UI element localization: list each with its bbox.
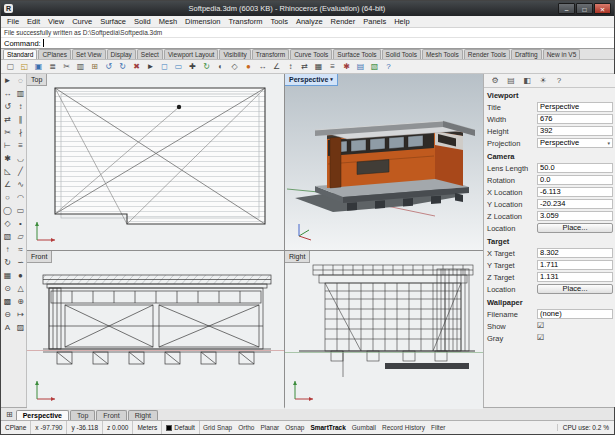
viewport-tab-perspective[interactable]: Perspective (16, 410, 69, 420)
zoom-window-icon[interactable]: ◻ (158, 61, 171, 73)
cone-tool-icon[interactable]: △ (14, 282, 27, 295)
paste-icon[interactable]: ⊞ (88, 61, 101, 73)
toolbar-tab-new-in-v5[interactable]: New in V5 (543, 49, 581, 59)
viewport-canvas-perspective[interactable] (285, 74, 483, 250)
delete-icon[interactable]: ✖ (130, 61, 143, 73)
boolean-difference-tool-icon[interactable]: ⊖ (1, 308, 14, 321)
copy-tool-icon[interactable]: ▥ (14, 87, 27, 100)
toggle-gumball[interactable]: Gumball (349, 424, 379, 431)
shaded-view-icon[interactable]: ◐ (214, 61, 227, 73)
move-icon[interactable]: ↔ (256, 61, 269, 73)
text-tool-icon[interactable]: A (1, 321, 14, 334)
viewport-layout-icon[interactable]: ⊞ (3, 410, 16, 420)
toolbar-tab-select[interactable]: Select (137, 49, 163, 59)
sphere-tool-icon[interactable]: ● (14, 269, 27, 282)
field-rotation[interactable]: 0.0 (537, 175, 613, 185)
menu-render[interactable]: Render (327, 17, 360, 26)
viewport-tab-top[interactable]: Top (70, 410, 95, 420)
sweep-tool-icon[interactable]: ∽ (14, 256, 27, 269)
undo-icon[interactable]: ↺ (102, 61, 115, 73)
zoom-extents-icon[interactable]: ▭ (172, 61, 185, 73)
viewport-label-right[interactable]: Right (285, 251, 310, 263)
trim-tool-icon[interactable]: ✂ (1, 126, 14, 139)
toggle-grid-snap[interactable]: Grid Snap (200, 424, 235, 431)
cut-icon[interactable]: ✂ (60, 61, 73, 73)
toolbar-tab-curve-tools[interactable]: Curve Tools (290, 49, 332, 59)
toggle-filter[interactable]: Filter (428, 424, 448, 431)
mesh-tool-icon[interactable]: ▩ (1, 295, 14, 308)
rectangle-tool-icon[interactable]: ▭ (14, 204, 27, 217)
save-file-icon[interactable]: ▣ (32, 61, 45, 73)
loft-tool-icon[interactable]: ≈ (14, 243, 27, 256)
status-layer[interactable]: Default (162, 421, 200, 434)
field-y-location[interactable]: -20.234 (537, 199, 613, 209)
redo-icon[interactable]: ↻ (116, 61, 129, 73)
menu-panels[interactable]: Panels (359, 17, 390, 26)
new-file-icon[interactable]: ▢ (4, 61, 17, 73)
object-properties-icon[interactable]: ▧ (368, 61, 381, 73)
point-tool-icon[interactable]: • (14, 217, 27, 230)
status-coord-y[interactable]: y -36.118 (67, 421, 103, 434)
menu-mesh[interactable]: Mesh (155, 17, 181, 26)
menu-view[interactable]: View (44, 17, 68, 26)
checkbox-show[interactable]: ☑ (537, 321, 613, 331)
status-coord-z[interactable]: z 0.000 (103, 421, 133, 434)
viewport-canvas-front[interactable] (27, 251, 284, 409)
field-title[interactable]: Perspective (537, 102, 613, 112)
extrude-tool-icon[interactable]: ↑ (1, 243, 14, 256)
help-icon[interactable]: ? (382, 61, 395, 73)
menu-analyze[interactable]: Analyze (292, 17, 327, 26)
viewport-top[interactable]: Top (27, 74, 284, 250)
dimension-tool-icon[interactable]: ↦ (14, 308, 27, 321)
explode-tool-icon[interactable]: ✱ (1, 152, 14, 165)
select-points-tool-icon[interactable]: ◌ (14, 74, 27, 87)
curve-tool-icon[interactable]: ∿ (14, 178, 27, 191)
toolbar-tab-set-view[interactable]: Set View (72, 49, 106, 59)
join-tool-icon[interactable]: ≡ (14, 139, 27, 152)
menu-transform[interactable]: Transform (225, 17, 267, 26)
menu-curve[interactable]: Curve (68, 17, 96, 26)
move-tool-icon[interactable]: ↔ (1, 87, 14, 100)
wireframe-view-icon[interactable]: ◇ (228, 61, 241, 73)
status-cplane[interactable]: CPlane (1, 421, 31, 434)
viewport-tab-right[interactable]: Right (128, 410, 158, 420)
toolbar-tab-standard[interactable]: Standard (3, 49, 37, 59)
cylinder-tool-icon[interactable]: ⊙ (1, 282, 14, 295)
viewport-canvas-top[interactable] (27, 74, 284, 250)
extend-tool-icon[interactable]: ⊢ (1, 139, 14, 152)
circle-tool-icon[interactable]: ○ (1, 191, 14, 204)
toolbar-tab-solid-tools[interactable]: Solid Tools (382, 49, 421, 59)
scale-icon[interactable]: ↕ (284, 61, 297, 73)
scale-tool-icon[interactable]: ↕ (14, 100, 27, 113)
viewport-label-front[interactable]: Front (27, 251, 52, 263)
field-width[interactable]: 676 (537, 114, 613, 124)
viewport-label-perspective[interactable]: Perspective ▾ (285, 74, 338, 86)
field-height[interactable]: 392 (537, 126, 613, 136)
offset-tool-icon[interactable]: ∥ (14, 113, 27, 126)
hatch-tool-icon[interactable]: ▨ (14, 321, 27, 334)
viewport-right[interactable]: Right (285, 251, 483, 409)
menu-file[interactable]: File (3, 17, 23, 26)
fillet-tool-icon[interactable]: ◡ (14, 152, 27, 165)
button-camera-location[interactable]: Place... (537, 223, 613, 233)
viewport-tab-front[interactable]: Front (96, 410, 126, 420)
menu-solid[interactable]: Solid (130, 17, 155, 26)
toolbar-tab-display[interactable]: Display (107, 49, 136, 59)
split-tool-icon[interactable]: ∤ (14, 126, 27, 139)
join-icon[interactable]: ≡ (326, 61, 339, 73)
close-button[interactable]: ✕ (594, 3, 611, 14)
toolbar-tab-mesh-tools[interactable]: Mesh Tools (422, 49, 463, 59)
array-icon[interactable]: ▦ (312, 61, 325, 73)
command-input[interactable]: Command: (1, 38, 614, 49)
toolbar-tab-render-tools[interactable]: Render Tools (464, 49, 510, 59)
plane-tool-icon[interactable]: ▱ (14, 230, 27, 243)
toolbar-tab-drafting[interactable]: Drafting (511, 49, 542, 59)
explode-icon[interactable]: ✱ (340, 61, 353, 73)
arc-tool-icon[interactable]: ◠ (14, 191, 27, 204)
help-tab-icon[interactable]: ? (553, 76, 565, 85)
field-z-target[interactable]: 1.131 (537, 272, 613, 282)
menu-dimension[interactable]: Dimension (181, 17, 224, 26)
sun-tab-icon[interactable]: ☀ (537, 76, 549, 85)
ellipse-tool-icon[interactable]: ◯ (1, 204, 14, 217)
copy-icon[interactable]: ▥ (74, 61, 87, 73)
